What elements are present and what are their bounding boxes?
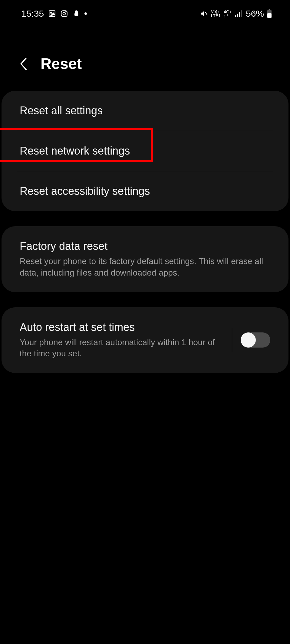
gallery-icon xyxy=(48,10,56,18)
network-type-icon: 4G+ xyxy=(224,10,232,18)
svg-point-4 xyxy=(66,11,66,12)
vertical-divider xyxy=(232,328,232,352)
svg-rect-12 xyxy=(267,13,272,18)
svg-point-3 xyxy=(63,12,66,15)
reset-network-settings-item[interactable]: Reset network settings xyxy=(2,131,288,171)
toggle-text-area: Auto restart at set times Your phone wil… xyxy=(20,321,232,360)
list-item-subtitle: Reset your phone to its factory default … xyxy=(20,256,270,279)
reset-accessibility-settings-item[interactable]: Reset accessibility settings xyxy=(2,171,288,211)
svg-point-1 xyxy=(51,12,52,13)
content-area: Reset all settings Reset network setting… xyxy=(0,91,290,373)
svg-line-5 xyxy=(205,12,207,15)
signal-icon xyxy=(235,10,243,17)
battery-percentage: 56% xyxy=(246,8,264,19)
mute-icon xyxy=(200,10,208,18)
reset-options-card: Reset all settings Reset network setting… xyxy=(2,91,288,211)
factory-data-reset-item[interactable]: Factory data reset Reset your phone to i… xyxy=(2,226,288,292)
auto-restart-toggle[interactable] xyxy=(241,332,270,348)
list-item-label: Auto restart at set times xyxy=(20,321,223,334)
auto-restart-item[interactable]: Auto restart at set times Your phone wil… xyxy=(2,307,288,373)
status-bar-left: 15:35 xyxy=(21,8,87,19)
status-bar: 15:35 xyxy=(0,0,290,25)
svg-rect-8 xyxy=(239,12,240,17)
battery-icon xyxy=(267,9,272,18)
dot-icon xyxy=(84,12,87,15)
svg-rect-10 xyxy=(269,9,270,10)
page-header: Reset xyxy=(0,25,290,91)
list-item-subtitle: Your phone will restart automatically wi… xyxy=(20,337,223,360)
back-button[interactable] xyxy=(18,56,28,71)
svg-rect-9 xyxy=(241,10,242,17)
toggle-knob xyxy=(241,332,256,348)
list-item-label: Reset network settings xyxy=(20,145,270,157)
volte-icon: Vo)) LTE1 xyxy=(211,9,221,18)
status-bar-right: Vo)) LTE1 4G+ 56% xyxy=(200,8,272,19)
svg-rect-6 xyxy=(235,15,236,17)
status-time: 15:35 xyxy=(21,8,44,19)
chevron-left-icon xyxy=(18,56,28,71)
factory-reset-card: Factory data reset Reset your phone to i… xyxy=(2,226,288,292)
list-item-label: Reset accessibility settings xyxy=(20,185,270,198)
instagram-icon xyxy=(60,10,68,18)
snapchat-icon xyxy=(72,10,80,18)
page-title: Reset xyxy=(41,55,82,73)
reset-all-settings-item[interactable]: Reset all settings xyxy=(2,91,288,131)
svg-rect-7 xyxy=(237,14,238,17)
list-item-label: Factory data reset xyxy=(20,240,270,253)
auto-restart-card: Auto restart at set times Your phone wil… xyxy=(2,307,288,373)
list-item-label: Reset all settings xyxy=(20,104,270,117)
